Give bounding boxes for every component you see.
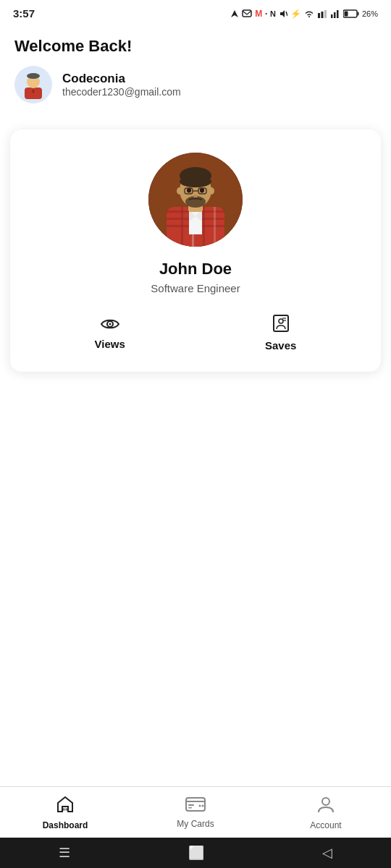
android-system-bar: ☰ ⬜ ◁ [0,838,391,868]
svg-point-45 [109,323,111,326]
svg-rect-12 [357,12,358,15]
svg-point-59 [322,798,329,805]
nav-item-dashboard[interactable]: Dashboard [0,796,130,830]
svg-rect-9 [337,10,339,18]
profile-full-name: John Doe [159,260,232,278]
status-time: 3:57 [13,7,35,20]
saves-icon [273,315,289,336]
svg-rect-5 [321,12,323,18]
svg-point-35 [185,196,206,208]
saves-stat[interactable]: Saves [265,315,296,352]
svg-point-43 [209,187,214,195]
svg-point-47 [279,319,283,323]
svg-rect-7 [331,14,333,18]
wifi-icon [304,9,314,18]
user-name-email: Codeconia thecoder1230@gmail.com [62,72,181,98]
svg-point-58 [202,805,204,807]
svg-rect-51 [63,809,64,810]
svg-line-3 [286,12,287,16]
phone-signal-icon [317,9,327,18]
account-icon [318,796,334,817]
svg-rect-52 [66,809,67,810]
svg-rect-6 [324,10,327,18]
mute-icon [279,9,287,18]
nav-arrow-icon [230,9,239,18]
nfc-icon: N [270,9,276,18]
signal-bars-icon [330,9,340,18]
bluetooth-icon: ⚡ [290,9,301,19]
svg-rect-56 [188,807,192,809]
saves-label: Saves [265,339,296,352]
battery-icon [343,9,359,18]
svg-point-42 [177,187,182,195]
svg-rect-26 [203,207,205,247]
bottom-nav: Dashboard My Cards Account [0,786,391,838]
dashboard-label: Dashboard [43,820,88,830]
svg-marker-0 [231,10,238,17]
svg-point-41 [193,195,198,197]
welcome-title: Welcome Back! [14,37,377,56]
svg-rect-55 [188,804,194,806]
account-label: Account [310,820,341,830]
gmail-icon: M [255,9,262,19]
android-back-button[interactable]: ◁ [322,845,332,861]
user-email: thecoder1230@gmail.com [62,86,181,98]
user-avatar-small [14,66,52,103]
dashboard-icon [56,796,75,817]
views-label: Views [95,338,125,350]
svg-rect-1 [243,10,251,17]
profile-photo [148,153,243,247]
svg-rect-53 [186,798,205,811]
svg-rect-50 [64,807,67,812]
welcome-section: Welcome Back! Codeconia thecoder1230@gma… [0,24,391,109]
dot-indicator: • [265,10,267,17]
battery-percent: 26% [362,9,378,18]
views-stat[interactable]: Views [95,315,125,352]
svg-point-34 [180,176,211,187]
views-icon [101,315,119,335]
messages-icon [242,9,252,18]
android-menu-button[interactable]: ☰ [59,845,70,861]
svg-point-57 [199,805,201,807]
android-home-button[interactable]: ⬜ [188,845,204,861]
mycards-icon [185,797,206,816]
profile-job-title: Software Engineer [151,282,240,294]
status-icons: M • N ⚡ [230,9,378,19]
svg-rect-11 [344,11,348,16]
svg-rect-4 [318,13,320,18]
svg-rect-8 [334,12,336,18]
user-info: Codeconia thecoder1230@gmail.com [14,66,377,103]
profile-stats: Views Saves [25,315,366,352]
profile-card: John Doe Software Engineer Views [10,129,381,372]
svg-rect-24 [181,207,183,247]
nav-item-account[interactable]: Account [261,796,391,830]
nav-item-mycards[interactable]: My Cards [130,797,261,829]
mycards-label: My Cards [177,819,214,829]
status-bar: 3:57 M • N ⚡ [0,0,391,24]
svg-rect-27 [214,207,216,247]
svg-point-17 [27,73,40,79]
svg-marker-2 [280,10,285,17]
user-display-name: Codeconia [62,72,181,86]
